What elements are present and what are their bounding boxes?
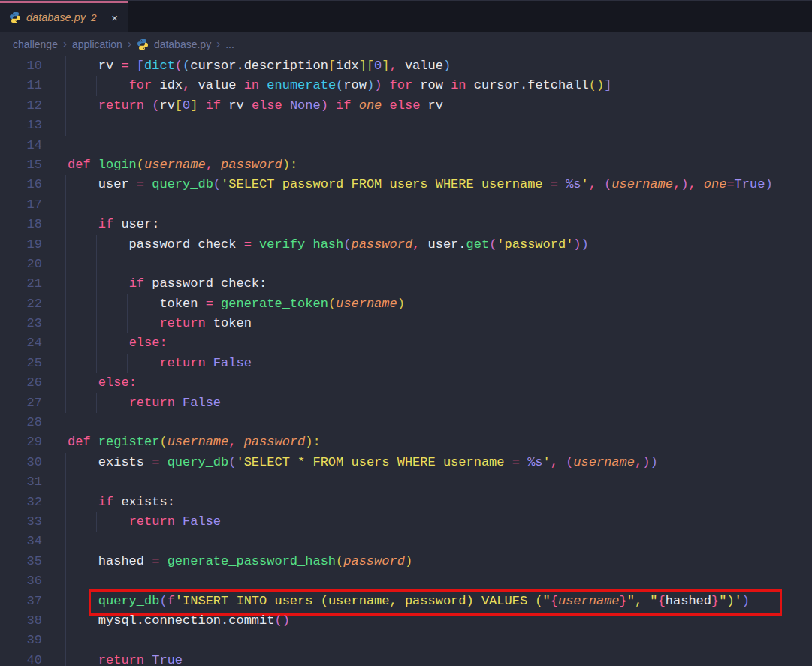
code-line[interactable]: 35 hashed = generate_password_hash(passw… <box>0 552 812 571</box>
code-token: password_check <box>68 237 244 252</box>
code-token: [ <box>328 59 336 73</box>
code-token: return <box>98 653 144 666</box>
code-token: for <box>390 78 413 92</box>
tab-label: database.py <box>26 11 86 23</box>
code-token: user. <box>420 237 466 252</box>
code-line[interactable]: 20 <box>0 255 812 274</box>
code-line[interactable]: 26 else: <box>0 373 812 393</box>
code-line[interactable]: 33 return False <box>0 512 812 532</box>
code-token: else <box>98 375 129 390</box>
code-token <box>206 356 213 370</box>
code-token: user <box>113 217 152 231</box>
code-token: False <box>213 356 252 370</box>
code-line[interactable]: 28 <box>0 413 812 432</box>
code-text: return (rv[0] if rv else None) if one el… <box>68 96 443 116</box>
code-token <box>259 78 267 92</box>
code-line[interactable]: 19 password_check = verify_hash(password… <box>0 235 812 255</box>
code-line[interactable]: 31 <box>0 472 812 492</box>
code-token: 'SELECT password FROM users WHERE userna… <box>221 177 551 191</box>
code-token: user <box>68 177 137 191</box>
code-token: 0 <box>183 98 190 113</box>
breadcrumb-item-file[interactable]: database.py <box>154 38 211 50</box>
code-line[interactable]: 21 if password_check: <box>0 274 812 294</box>
code-token <box>68 98 98 113</box>
code-token <box>68 495 98 509</box>
chevron-right-icon: › <box>216 37 220 50</box>
code-token: = <box>121 59 128 73</box>
code-line[interactable]: 10 rv = [dict((cursor.description[idx][0… <box>0 56 812 76</box>
indent-guide <box>65 393 66 413</box>
code-token: f <box>168 594 175 608</box>
code-token: else <box>390 98 421 113</box>
code-line[interactable]: 29def register(username, password): <box>0 432 812 452</box>
breadcrumb-item-challenge[interactable]: challenge <box>13 38 58 50</box>
code-line[interactable]: 16 user = query_db('SELECT password FROM… <box>0 175 812 194</box>
code-line[interactable]: 34 <box>0 532 812 551</box>
code-token: : <box>168 495 175 509</box>
code-token: = <box>152 554 159 568</box>
code-token: if <box>98 217 113 231</box>
code-line[interactable]: 39 <box>0 631 812 650</box>
code-token: = <box>512 455 520 469</box>
indent-guide <box>65 76 66 95</box>
code-token: if <box>206 98 221 113</box>
code-line[interactable]: 18 if user: <box>0 215 812 234</box>
code-text: if password_check: <box>68 274 267 294</box>
code-token: ( <box>336 78 343 92</box>
code-token: , <box>412 237 420 252</box>
indent-guide <box>65 631 66 650</box>
gutter-line-number: 37 <box>0 592 42 611</box>
code-line[interactable]: 12 return (rv[0] if rv else None) if one… <box>0 96 812 116</box>
code-token: , <box>183 78 190 92</box>
code-line[interactable]: 30 exists = query_db('SELECT * FROM user… <box>0 453 812 472</box>
code-token: ) <box>282 613 290 628</box>
code-token: = <box>137 177 144 191</box>
gutter-line-number: 39 <box>0 631 42 650</box>
code-token <box>382 78 389 92</box>
code-editor[interactable]: 10 rv = [dict((cursor.description[idx][0… <box>0 56 812 666</box>
tab-bar: database.py 2 × <box>0 0 812 32</box>
gutter-line-number: 28 <box>0 413 42 432</box>
indent-guide <box>96 255 97 274</box>
code-token: else <box>129 336 160 350</box>
code-line[interactable]: 24 else: <box>0 333 812 353</box>
code-line[interactable]: 11 for idx, value in enumerate(row)) for… <box>0 76 812 95</box>
code-token <box>236 435 243 449</box>
code-token: ) <box>367 78 374 92</box>
gutter-line-number: 19 <box>0 235 42 255</box>
code-line[interactable]: 13 <box>0 116 812 135</box>
breadcrumb-item-application[interactable]: application <box>72 38 122 50</box>
code-token: ( <box>274 613 282 628</box>
editor-tab-database-py[interactable]: database.py 2 × <box>0 1 128 32</box>
code-line[interactable]: 14 <box>0 136 812 155</box>
code-line[interactable]: 38 mysql.connection.commit() <box>0 611 812 631</box>
code-token: ) <box>681 177 688 191</box>
indent-guide <box>65 611 66 631</box>
indent-guide <box>65 96 66 116</box>
code-line[interactable]: 40 return True <box>0 651 812 666</box>
code-token: , <box>390 59 397 73</box>
code-line[interactable]: 37 query_db(f'INSERT INTO users (usernam… <box>0 592 812 611</box>
code-text: token = generate_token(username) <box>68 294 405 314</box>
code-line[interactable]: 22 token = generate_token(username) <box>0 294 812 314</box>
code-line[interactable]: 25 return False <box>0 354 812 373</box>
code-line[interactable]: 15def login(username, password): <box>0 155 812 175</box>
code-line[interactable]: 36 <box>0 571 812 591</box>
code-token: , <box>635 455 642 469</box>
code-token: ) <box>282 158 290 172</box>
close-icon[interactable]: × <box>109 11 120 25</box>
code-token <box>144 177 152 191</box>
code-token: token <box>206 316 252 330</box>
code-token <box>159 455 167 469</box>
code-token: for <box>129 78 152 92</box>
indent-guide <box>65 651 66 666</box>
code-line[interactable]: 17 <box>0 195 812 215</box>
code-token: get <box>466 237 490 252</box>
code-line[interactable]: 32 if exists: <box>0 493 812 512</box>
code-token: return <box>129 514 175 529</box>
code-token: password <box>351 237 412 252</box>
code-line[interactable]: 27 return False <box>0 393 812 413</box>
code-text: hashed = generate_password_hash(password… <box>68 552 412 571</box>
breadcrumb-item-more[interactable]: ... <box>225 38 234 50</box>
code-line[interactable]: 23 return token <box>0 314 812 333</box>
